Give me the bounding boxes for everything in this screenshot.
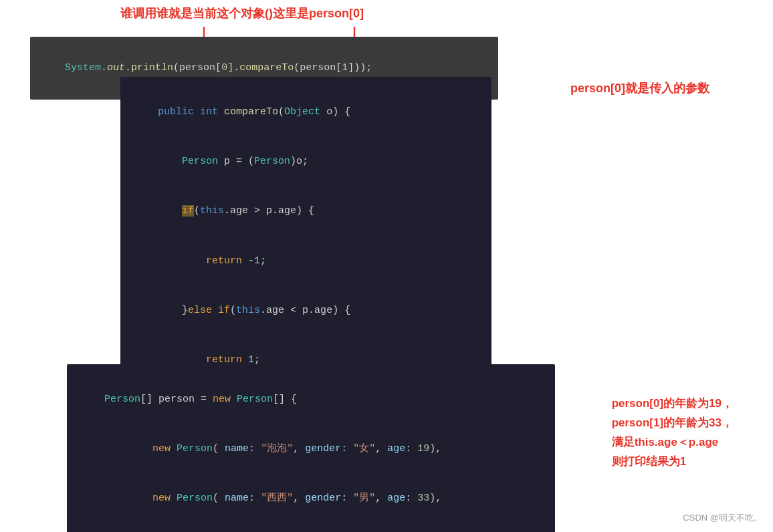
code-line-1: public int compareTo(Object o) { (134, 88, 478, 137)
code-line-4: return -1; (134, 237, 478, 286)
annotation-line-1: person[0]的年龄为19， (612, 394, 733, 414)
annotation-line-2: person[1]的年龄为33， (612, 414, 733, 433)
code-line-5: }else if(this.age < p.age) { (134, 286, 478, 336)
code-block-bottom: Person[] person = new Person[] { new Per… (67, 364, 555, 532)
code-line-2: Person p = (Person)o; (134, 137, 478, 186)
code-bottom-line-2: new Person( name: "泡泡", gender: "女", age… (80, 424, 542, 474)
right-annotation-2: person[0]的年龄为19， person[1]的年龄为33， 满足this… (612, 394, 733, 472)
code-bottom-line-3: new Person( name: "西西", gender: "男", age… (80, 475, 542, 524)
annotation-line-4: 则打印结果为1 (612, 452, 733, 472)
code-bottom-line-1: Person[] person = new Person[] { (80, 375, 542, 424)
code-bottom-line-4: new Person( name: "柚柚", gender: "女", age… (80, 524, 542, 532)
top-annotation: 谁调用谁就是当前这个对象()这里是person[0] (120, 5, 364, 21)
code-line-3: if(this.age > p.age) { (134, 187, 478, 237)
right-annotation-1: person[0]就是传入的参数 (570, 80, 709, 96)
watermark: CSDN @明天不吃。 (683, 512, 762, 524)
annotation-line-3: 满足this.age＜p.age (612, 433, 733, 452)
